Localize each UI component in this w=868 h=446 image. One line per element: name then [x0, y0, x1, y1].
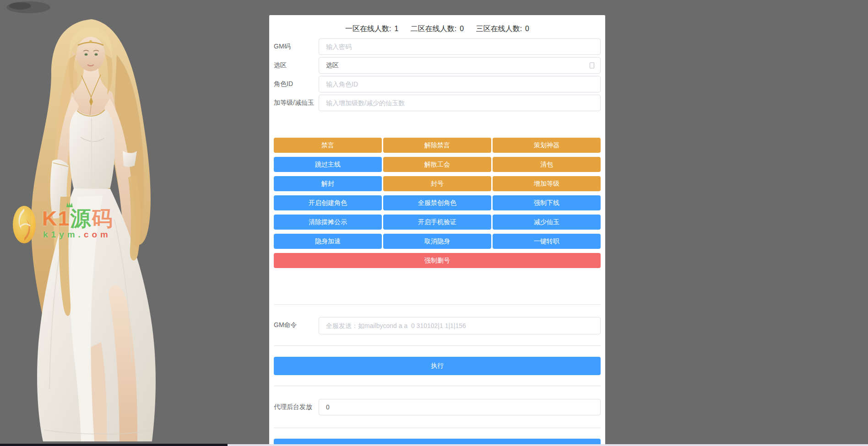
- gm-command-input[interactable]: [319, 317, 601, 334]
- grid-row-5: 清除摆摊公示 开启手机验证 减少仙玉: [274, 215, 601, 230]
- gm-code-input[interactable]: [319, 38, 601, 55]
- stealth-speed-button[interactable]: 隐身加速: [274, 234, 382, 249]
- grid-row-4: 开启创建角色 全服禁创角色 强制下线: [274, 195, 601, 210]
- agent-grant-label: 代理后台发放: [274, 403, 319, 411]
- force-delete-account-button[interactable]: 强制删号: [274, 253, 601, 268]
- zone1-online-count: 一区在线人数:1: [345, 25, 398, 32]
- character-artwork: [0, 0, 183, 446]
- online-status-bar: 一区在线人数:1 二区在线人数:0 三区在线人数:0: [274, 15, 601, 34]
- role-id-label: 角色ID: [274, 80, 319, 88]
- role-id-input[interactable]: [319, 76, 601, 92]
- divider: [274, 345, 601, 346]
- page: K1源码 k1ym.com 一区在线人数:1 二区在线人数:0 三区在线人数:0…: [0, 0, 868, 446]
- execute-button[interactable]: 执行: [274, 357, 601, 375]
- agent-grant-input[interactable]: [319, 399, 601, 415]
- gm-code-row: GM码: [274, 38, 601, 55]
- divider: [274, 428, 601, 428]
- grid-row-6: 隐身加速 取消隐身 一键转职: [274, 234, 601, 249]
- cancel-stealth-button[interactable]: 取消隐身: [383, 234, 491, 249]
- level-jade-row: 加等级/减仙玉: [274, 95, 601, 111]
- divider: [274, 304, 601, 305]
- bottom-edge-light: [228, 444, 868, 446]
- gm-code-label: GM码: [274, 43, 319, 51]
- zone3-online-count: 三区在线人数:0: [476, 25, 529, 32]
- bottom-edge-dark: [0, 444, 228, 446]
- ban-button[interactable]: 封号: [383, 176, 491, 191]
- zone-select[interactable]: [319, 57, 601, 74]
- agent-grant-row: 代理后台发放: [274, 399, 601, 415]
- zone-select-row: 选区: [274, 57, 601, 74]
- unmute-button[interactable]: 解除禁言: [383, 138, 491, 153]
- zone-select-label: 选区: [274, 61, 319, 70]
- grid-row-3: 解封 封号 增加等级: [274, 176, 601, 191]
- form-area: GM码 选区 角色ID 加等级/减仙玉: [274, 38, 601, 111]
- level-jade-input[interactable]: [319, 95, 601, 111]
- skip-mainline-button[interactable]: 跳过主线: [274, 157, 382, 172]
- reduce-jade-button[interactable]: 减少仙玉: [493, 215, 601, 230]
- add-level-button[interactable]: 增加等级: [493, 176, 601, 191]
- disable-create-role-button[interactable]: 全服禁创角色: [383, 195, 491, 210]
- enable-phone-verify-button[interactable]: 开启手机验证: [383, 215, 491, 230]
- clear-stall-notice-button[interactable]: 清除摆摊公示: [274, 215, 382, 230]
- role-id-row: 角色ID: [274, 76, 601, 92]
- gm-panel: 一区在线人数:1 二区在线人数:0 三区在线人数:0 GM码 选区 角色ID: [269, 15, 605, 446]
- gm-tool-button[interactable]: 策划神器: [493, 138, 601, 153]
- grid-row-danger: 强制删号: [274, 253, 601, 268]
- divider: [274, 386, 601, 386]
- dropdown-placeholder-icon[interactable]: [590, 63, 594, 69]
- zone2-online-count: 二区在线人数:0: [411, 25, 464, 32]
- change-class-button[interactable]: 一键转职: [493, 234, 601, 249]
- level-jade-label: 加等级/减仙玉: [274, 99, 319, 107]
- gm-command-label: GM命令: [274, 321, 319, 329]
- elf-character-illustration: [0, 0, 183, 446]
- grid-row-1: 禁言 解除禁言 策划神器: [274, 138, 601, 153]
- clear-bag-button[interactable]: 清包: [493, 157, 601, 172]
- unban-button[interactable]: 解封: [274, 176, 382, 191]
- disband-guild-button[interactable]: 解散工会: [383, 157, 491, 172]
- enable-create-role-button[interactable]: 开启创建角色: [274, 195, 382, 210]
- force-offline-button[interactable]: 强制下线: [493, 195, 601, 210]
- gm-command-row: GM命令: [274, 317, 601, 334]
- grid-row-2: 跳过主线 解散工会 清包: [274, 157, 601, 172]
- action-button-grid: 禁言 解除禁言 策划神器 跳过主线 解散工会 清包 解封 封号 增加等级 开启创…: [274, 138, 601, 268]
- mute-button[interactable]: 禁言: [274, 138, 382, 153]
